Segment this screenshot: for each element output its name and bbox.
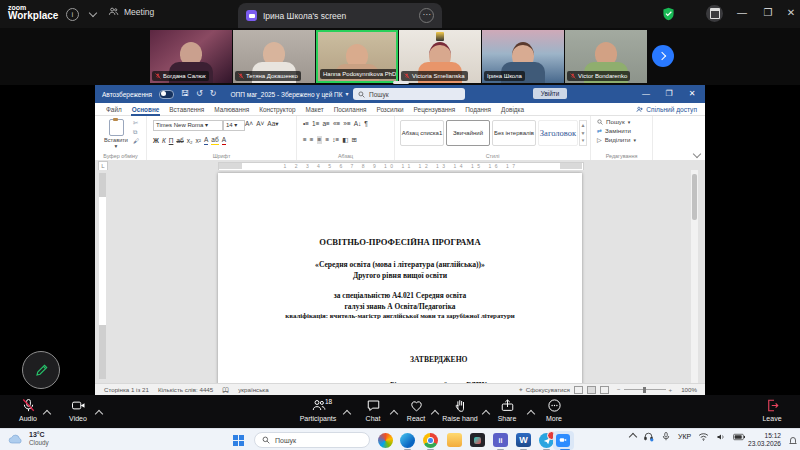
tab-file[interactable]: Файл (101, 103, 127, 116)
tab-options-icon[interactable]: ⋯ (419, 8, 434, 23)
zoom-slider[interactable]: − + (617, 386, 672, 393)
copilot-icon[interactable] (378, 433, 393, 448)
copy-icon[interactable]: ⧉ (133, 129, 139, 136)
taskbar-clock[interactable]: 15:12 23.03.2026 (748, 432, 781, 448)
filmstrip-handle[interactable] (393, 81, 409, 84)
hidden-icons-chevron[interactable] (629, 432, 637, 440)
video-tile[interactable]: Victor Bondarenko (565, 30, 647, 83)
video-tile[interactable]: Тетяна Докашенко (233, 30, 315, 83)
align-center-icon[interactable]: ≡ (310, 136, 314, 144)
next-videos-button[interactable] (652, 45, 674, 67)
tab-help[interactable]: Довідка (496, 103, 529, 116)
minimize-button[interactable]: — (732, 0, 752, 26)
leave-button[interactable]: Leave (746, 398, 798, 422)
bold-icon[interactable]: Ж (153, 137, 159, 145)
font-size-select[interactable]: 14 ▾ (223, 120, 245, 131)
zoom-percentage[interactable]: 100% (681, 386, 697, 393)
align-left-icon[interactable]: ≡ (303, 136, 307, 144)
grow-font-icon[interactable]: А˄ (245, 120, 253, 128)
word-search-box[interactable]: Пошук (353, 88, 465, 100)
zoom-out-icon[interactable]: − (617, 386, 621, 393)
zoom-in-icon[interactable]: + (669, 386, 673, 393)
headset-icon[interactable] (643, 431, 654, 442)
participants-button[interactable]: 18 Participants (292, 398, 344, 422)
tab-screen-share[interactable]: Ірина Школа's screen ⋯ (238, 3, 442, 28)
tab-meeting[interactable]: Meeting (108, 6, 154, 17)
telegram-icon[interactable] (539, 433, 554, 448)
subscript-icon[interactable]: х₂ (187, 137, 193, 145)
tab-view[interactable]: Подання (460, 103, 496, 116)
select-button[interactable]: ▷ Виділити▾ (597, 136, 652, 143)
superscript-icon[interactable]: х² (196, 137, 201, 145)
change-case-icon[interactable]: Аа▾ (267, 120, 278, 128)
tab-review[interactable]: Рецензування (409, 103, 461, 116)
multilevel-list-icon[interactable]: а≡ (323, 120, 330, 128)
media-app-icon[interactable] (470, 433, 485, 447)
tab-home[interactable]: Основне (127, 103, 165, 116)
word-close-button[interactable]: ✕ (681, 85, 703, 103)
annotate-button[interactable] (22, 351, 60, 389)
teams-icon[interactable]: ii (493, 433, 508, 447)
highlight-icon[interactable]: аб (211, 136, 218, 145)
collapse-ribbon-icon[interactable] (693, 150, 701, 158)
underline-icon[interactable]: П (169, 137, 174, 145)
text-effects-icon[interactable]: А (204, 136, 208, 145)
web-layout-icon[interactable] (600, 386, 609, 394)
tab-insert[interactable]: Вставлення (164, 103, 209, 116)
pilcrow-icon[interactable]: ¶ (364, 120, 368, 128)
style-heading[interactable]: Заголовок (538, 120, 578, 146)
word-count[interactable]: Кількість слів: 4445 (158, 386, 213, 393)
chrome-icon[interactable] (423, 433, 438, 448)
style-no-spacing[interactable]: Без інтервалів (492, 120, 536, 146)
align-justify-icon[interactable]: ≡ (317, 136, 323, 144)
font-color-icon[interactable]: А (222, 136, 226, 145)
notifications-bell-icon[interactable] (788, 435, 798, 446)
strikethrough-icon[interactable]: аб (176, 137, 183, 145)
word-restore-button[interactable]: ❐ (658, 85, 680, 103)
shrink-font-icon[interactable]: А˅ (256, 120, 264, 128)
borders-icon[interactable]: ⊞ (351, 136, 356, 144)
share-document-button[interactable]: Спільний доступ (636, 106, 697, 113)
video-tile[interactable]: Ірина Школа (482, 30, 564, 83)
language-indicator[interactable]: українська (238, 386, 268, 393)
scrollbar-thumb[interactable] (692, 174, 697, 220)
restore-button[interactable]: ❐ (758, 0, 778, 26)
focus-mode-button[interactable]: ⌖ Сфокусуватися (519, 386, 570, 394)
share-screen-button[interactable]: Share (481, 398, 533, 422)
video-options-chevron[interactable] (95, 410, 103, 418)
zoom-slider-thumb[interactable] (643, 387, 646, 393)
tab-mailings[interactable]: Розсилки (371, 103, 408, 116)
font-name-select[interactable]: Times New Roma ▾ (153, 120, 223, 131)
audio-options-chevron[interactable] (43, 410, 51, 418)
volume-icon[interactable] (716, 432, 726, 442)
style-list-paragraph[interactable]: Абзац списка1 (400, 120, 444, 146)
raise-hand-button[interactable]: Raise hand (434, 398, 486, 422)
document-page[interactable]: ОСВІТНЬО-ПРОФЕСІЙНА ПРОГРАМА «Середня ос… (218, 173, 582, 383)
video-tile[interactable]: Victoria Smelianska (399, 30, 481, 83)
autosave-toggle[interactable] (159, 90, 174, 99)
video-tile-active-speaker[interactable]: Hanna Podosynnikova PhD (316, 30, 398, 83)
document-scrollbar[interactable] (691, 170, 698, 383)
view-layout-icon[interactable] (706, 5, 723, 22)
battery-icon[interactable] (733, 433, 745, 441)
security-shield-icon[interactable] (662, 7, 675, 21)
zoom-app-icon[interactable] (556, 434, 570, 447)
video-tile[interactable]: Богдана Салюк (150, 30, 232, 83)
format-painter-icon[interactable]: 🖌 (133, 138, 139, 145)
paste-button[interactable]: Вставити ▾ (103, 119, 129, 149)
sort-icon[interactable]: А↓ (354, 120, 362, 128)
italic-icon[interactable]: К (162, 137, 166, 145)
align-right-icon[interactable]: ≡ (325, 136, 329, 144)
find-button[interactable]: Пошук▾ (597, 118, 652, 125)
edge-icon[interactable] (400, 433, 415, 448)
numbering-icon[interactable]: 1≡ (312, 120, 319, 128)
info-icon[interactable]: i (66, 8, 79, 21)
style-normal-selected[interactable]: Звичайний (446, 120, 490, 146)
cut-icon[interactable]: ✄ (133, 120, 139, 127)
more-button[interactable]: More (528, 398, 580, 422)
sign-in-button[interactable]: Увійти (533, 88, 567, 99)
styles-gallery-scroll[interactable]: ▲▼▾ (579, 120, 587, 146)
outdent-icon[interactable]: «≡ (333, 120, 340, 128)
file-explorer-icon[interactable] (447, 433, 462, 447)
word-icon[interactable]: W (516, 433, 531, 447)
